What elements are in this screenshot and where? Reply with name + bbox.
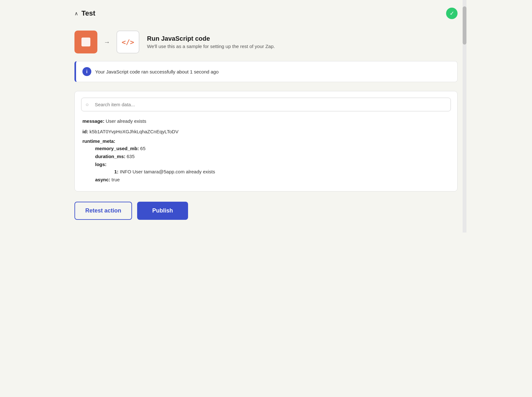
success-banner: i Your JavaScript code ran successfully … — [74, 61, 458, 82]
retest-button[interactable]: Retest action — [74, 202, 132, 220]
code-icon: </> — [122, 38, 134, 46]
chevron-up-icon[interactable]: ∧ — [74, 10, 78, 17]
button-row: Retest action Publish — [66, 202, 466, 233]
publish-button[interactable]: Publish — [137, 202, 188, 220]
search-input[interactable] — [81, 98, 451, 111]
async-key: async: — [95, 177, 110, 182]
step-subtitle: We'll use this as a sample for setting u… — [147, 44, 275, 49]
data-key-id: id: — [82, 128, 88, 136]
data-row-memory: memory_used_mb: 65 — [95, 146, 450, 151]
scrollbar-thumb[interactable] — [463, 6, 466, 45]
data-row-message: message: User already exists — [82, 118, 450, 125]
data-value-message: User already exists — [106, 118, 146, 125]
duration-key: duration_ms: — [95, 154, 125, 159]
check-icon: ✓ — [450, 10, 454, 17]
data-row-duration: duration_ms: 635 — [95, 154, 450, 159]
memory-value: 65 — [140, 146, 146, 151]
search-wrapper: ○ — [81, 98, 451, 111]
log-item-1: 1: INFO User tamara@5app.com already exi… — [114, 169, 450, 174]
logs-section: logs: 1: INFO User tamara@5app.com alrea… — [95, 162, 450, 174]
data-value-id: k5b1AT0YvpHoXGJhkLqhaZCnEqyLToDV — [89, 128, 178, 136]
step-info: Run JavaScript code We'll use this as a … — [147, 35, 275, 49]
trigger-icon — [80, 36, 92, 48]
data-key-message: message: — [82, 118, 104, 125]
duration-value: 635 — [127, 154, 135, 159]
data-section-runtime-meta: runtime_meta: memory_used_mb: 65 duratio… — [82, 138, 450, 182]
log-num-1: 1: — [114, 169, 118, 174]
data-row-id: id: k5b1AT0YvpHoXGJhkLqhaZCnEqyLToDV — [82, 128, 450, 136]
step-header: → </> Run JavaScript code We'll use this… — [66, 24, 466, 61]
header-left: ∧ Test — [74, 9, 95, 17]
log-value-1: INFO User tamara@5app.com already exists — [120, 169, 215, 174]
memory-key: memory_used_mb: — [95, 146, 139, 151]
runtime-meta-children: memory_used_mb: 65 duration_ms: 635 logs… — [82, 146, 450, 182]
page-title: Test — [81, 9, 95, 17]
success-badge: ✓ — [446, 8, 458, 19]
code-icon-box: </> — [116, 31, 139, 53]
info-icon: i — [82, 67, 91, 76]
trigger-icon-box — [74, 31, 97, 53]
data-panel: ○ message: User already exists id: k5b1A… — [74, 91, 458, 192]
header: ∧ Test ✓ — [66, 0, 466, 24]
data-items: message: User already exists id: k5b1AT0… — [81, 118, 451, 182]
banner-text: Your JavaScript code ran successfully ab… — [95, 69, 219, 74]
scrollbar[interactable] — [463, 0, 466, 233]
arrow-icon: → — [104, 38, 110, 46]
logs-key: logs: — [95, 162, 450, 167]
runtime-meta-key: runtime_meta: — [82, 138, 450, 144]
search-icon: ○ — [86, 102, 89, 108]
data-row-async: async: true — [95, 177, 450, 182]
async-value: true — [112, 177, 120, 182]
logs-children: 1: INFO User tamara@5app.com already exi… — [95, 169, 450, 174]
svg-rect-0 — [81, 38, 90, 46]
step-title: Run JavaScript code — [147, 35, 275, 42]
